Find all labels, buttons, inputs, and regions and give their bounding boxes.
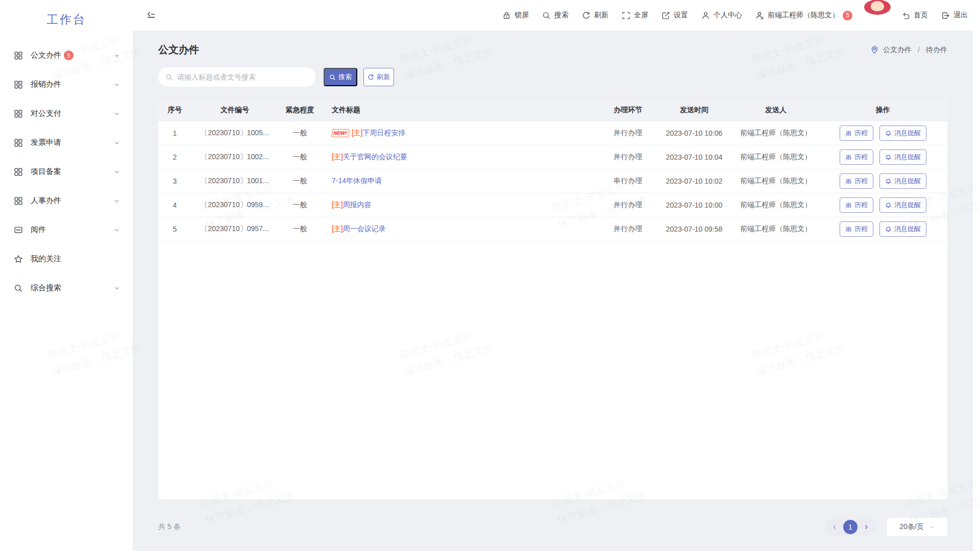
search-icon xyxy=(14,284,23,293)
document-title-link[interactable]: 周报内容 xyxy=(343,201,372,210)
column-header-doc-no: 文件编号 xyxy=(191,106,278,115)
search-icon xyxy=(542,11,551,20)
table-row: 3 〔20230710〕1001... 一般 7-14年休假申请 串行办理 20… xyxy=(158,169,947,193)
settings-button[interactable]: 设置 xyxy=(662,11,688,20)
document-title-link[interactable]: 下周日程安排 xyxy=(362,129,405,138)
sidebar-item-global-search[interactable]: 综合搜索 xyxy=(0,273,133,303)
column-header-step: 办理环节 xyxy=(600,106,656,115)
sidebar-item-label: 人事办件 xyxy=(31,196,61,206)
notify-button[interactable]: 消息提醒 xyxy=(879,197,926,213)
notify-button[interactable]: 消息提醒 xyxy=(879,126,926,141)
sidebar-item-label: 对公支付 xyxy=(31,109,61,118)
user-avatar[interactable]: ❤ xyxy=(866,4,888,27)
search-button-label: 搜索 xyxy=(338,72,352,82)
page-title: 公文办件 xyxy=(158,43,199,57)
current-user[interactable]: 前端工程师（陈思文） 5 xyxy=(755,11,852,20)
history-button[interactable]: 历程 xyxy=(840,126,873,141)
cell-urgency: 一般 xyxy=(278,224,322,234)
cell-doc-no: 〔20230710〕1005... xyxy=(191,129,278,138)
page-size-value: 20条/页 xyxy=(899,522,923,532)
notify-button[interactable]: 消息提醒 xyxy=(879,221,926,237)
refresh-button[interactable]: 刷新 xyxy=(363,68,394,86)
history-button-label: 历程 xyxy=(854,201,868,210)
notify-button-label: 消息提醒 xyxy=(894,201,921,210)
sidebar-item-official-docs[interactable]: 公文办件 5 xyxy=(0,41,133,70)
table-row: 5 〔20230710〕0957... 一般 [主] 周一会议记录 并行办理 2… xyxy=(158,217,947,241)
profile-button[interactable]: 个人中心 xyxy=(701,11,742,20)
page-size-select[interactable]: 20条/页 xyxy=(887,518,947,536)
search-input[interactable] xyxy=(177,73,308,81)
notify-button[interactable]: 消息提醒 xyxy=(879,149,926,165)
current-page-button[interactable]: 1 xyxy=(843,520,857,534)
cell-doc-no: 〔20230710〕0957... xyxy=(191,224,278,234)
cell-title: 7-14年休假申请 xyxy=(322,177,600,186)
sidebar-item-hr[interactable]: 人事办件 xyxy=(0,186,133,215)
doc-tag: [主] xyxy=(352,129,363,138)
document-title-link[interactable]: 关于官网的会议纪要 xyxy=(343,153,407,162)
cell-time: 2023-07-10 10:06 xyxy=(656,129,732,137)
history-button[interactable]: 历程 xyxy=(840,149,873,165)
sidebar-item-corporate-payment[interactable]: 对公支付 xyxy=(0,99,133,128)
cell-urgency: 一般 xyxy=(278,153,322,162)
next-page-button[interactable] xyxy=(863,523,870,531)
sidebar-item-label: 公文办件 xyxy=(31,51,61,60)
search-box xyxy=(158,67,315,87)
cell-doc-no: 〔20230710〕0959... xyxy=(191,201,278,210)
sidebar-item-label: 我的关注 xyxy=(31,254,61,264)
history-button-label: 历程 xyxy=(854,129,868,138)
logout-button[interactable]: 退出 xyxy=(941,11,968,20)
refresh-button-label: 刷新 xyxy=(377,72,390,82)
search-icon xyxy=(329,74,336,81)
profile-label: 个人中心 xyxy=(714,11,742,20)
search-button[interactable]: 搜索 xyxy=(324,68,357,86)
sidebar-item-my-follows[interactable]: 我的关注 xyxy=(0,244,133,273)
sidebar-item-label: 阅件 xyxy=(31,225,46,235)
sidebar-collapse-icon[interactable] xyxy=(146,10,156,20)
user-message-badge: 5 xyxy=(843,11,852,20)
document-title-link[interactable]: 7-14年休假申请 xyxy=(332,177,382,186)
sidebar-item-label: 发票申请 xyxy=(31,138,61,147)
global-search-label: 搜索 xyxy=(554,11,569,20)
refresh-icon xyxy=(368,74,374,81)
column-header-title: 文件标题 xyxy=(322,106,600,115)
cell-seq: 4 xyxy=(158,201,191,209)
history-button-label: 历程 xyxy=(854,153,868,162)
global-search-button[interactable]: 搜索 xyxy=(542,11,569,20)
home-button[interactable]: 首页 xyxy=(901,11,928,20)
chevron-down-icon xyxy=(113,110,120,117)
grid-icon xyxy=(14,138,23,147)
document-title-link[interactable]: 周一会议记录 xyxy=(343,224,386,234)
page-refresh-label: 刷新 xyxy=(594,11,608,20)
cell-title: [主] 关于官网的会议纪要 xyxy=(322,153,600,162)
history-button[interactable]: 历程 xyxy=(840,173,873,189)
topbar-actions: 锁屏 搜索 刷新 全屏 设置 个人中心 xyxy=(502,4,968,27)
history-button[interactable]: 历程 xyxy=(840,221,873,237)
sidebar-item-label: 综合搜索 xyxy=(31,283,61,293)
table-row: 4 〔20230710〕0959... 一般 [主] 周报内容 并行办理 202… xyxy=(158,193,947,217)
cell-operations: 历程 消息提醒 xyxy=(819,221,947,237)
sidebar-item-reading[interactable]: 阅件 xyxy=(0,215,133,244)
sidebar-item-invoice-request[interactable]: 发票申请 xyxy=(0,128,133,157)
breadcrumb: 公文办件 / 待办件 xyxy=(870,45,947,55)
cell-sender: 前端工程师（陈思文） xyxy=(732,129,819,138)
cell-operations: 历程 消息提醒 xyxy=(819,126,947,141)
fullscreen-button[interactable]: 全屏 xyxy=(622,11,648,20)
prev-page-button[interactable] xyxy=(831,523,838,531)
refresh-icon xyxy=(582,11,591,20)
history-button[interactable]: 历程 xyxy=(840,197,873,213)
doc-tag: [主] xyxy=(332,224,343,234)
sidebar-item-reimbursement[interactable]: 报销办件 xyxy=(0,70,133,99)
sidebar-item-project-filing[interactable]: 项目备案 xyxy=(0,157,133,186)
scrollbar-track[interactable] xyxy=(973,0,980,551)
logout-label: 退出 xyxy=(953,11,968,20)
total-count: 共 5 条 xyxy=(158,522,181,532)
table-header-row: 序号 文件编号 紧急程度 文件标题 办理环节 发送时间 发送人 操作 xyxy=(158,99,947,121)
cell-sender: 前端工程师（陈思文） xyxy=(732,224,819,234)
lock-screen-label: 锁屏 xyxy=(514,11,529,20)
chevron-down-icon xyxy=(929,524,935,530)
breadcrumb-parent[interactable]: 公文办件 xyxy=(883,45,912,55)
page-refresh-button[interactable]: 刷新 xyxy=(582,11,608,20)
sidebar: 工作台 公文办件 5 报销办件 对公支付 发票申请 xyxy=(0,0,133,551)
lock-screen-button[interactable]: 锁屏 xyxy=(502,11,529,20)
notify-button[interactable]: 消息提醒 xyxy=(879,173,926,189)
